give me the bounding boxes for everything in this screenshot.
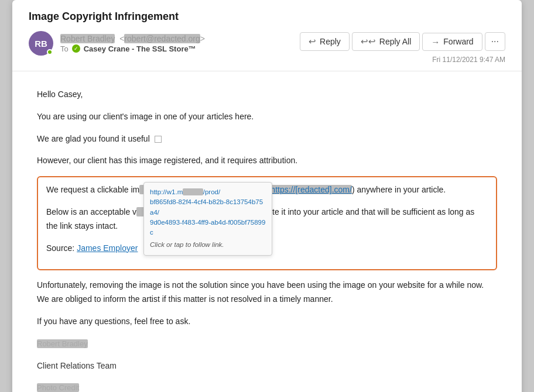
avatar: RB — [29, 31, 53, 56]
email-subject: Image Copyright Infringement — [29, 11, 505, 23]
highlighted-section: We request a clickable image link back t… — [37, 176, 497, 270]
body-line4: Unfortunately, removing the image is not… — [37, 278, 497, 307]
to-row: To ✓ Casey Crane - The SSL Store™ — [60, 44, 205, 53]
greeting: Hello Casey, — [37, 88, 497, 102]
email-header: Image Copyright Infringement RB Robert B… — [12, 0, 522, 71]
sender-info: RB Robert Bradley <robert@redacted.org> … — [29, 31, 205, 56]
email-window: Image Copyright Infringement RB Robert B… — [12, 0, 522, 392]
signature-role: Client Relations Team — [37, 359, 497, 373]
link-tooltip: http://w1.m———/prod/bf865fd8-82f4-4cf4-b… — [143, 182, 272, 256]
reply-button[interactable]: ↩ Reply — [300, 32, 350, 51]
signature-company: Photo Credit — [37, 381, 497, 392]
forward-icon: → — [431, 37, 440, 47]
sender-details: Robert Bradley <robert@redacted.org> To … — [60, 34, 205, 53]
article-link[interactable]: https://[redacted].com/ — [271, 185, 352, 194]
reply-icon: ↩ — [309, 36, 316, 47]
signature-name: Robert Bradley — [37, 337, 497, 351]
sender-name-blurred: Robert Bradley — [60, 34, 115, 43]
tooltip-action: Click or tap to follow link. — [150, 240, 266, 250]
email-meta-row: RB Robert Bradley <robert@redacted.org> … — [29, 31, 505, 64]
forward-button[interactable]: → Forward — [422, 33, 482, 51]
body-line1: You are using our client's image in one … — [37, 110, 497, 124]
reply-all-icon: ↩↩ — [361, 36, 376, 47]
reply-all-button[interactable]: ↩↩ Reply All — [352, 32, 420, 51]
online-indicator — [47, 49, 53, 55]
source-link[interactable]: James Employer — [77, 243, 138, 253]
tooltip-url: http://w1.m———/prod/bf865fd8-82f4-4cf4-b… — [150, 187, 266, 238]
sender-name-row: Robert Bradley <robert@redacted.org> — [60, 34, 205, 43]
verified-icon: ✓ — [72, 44, 80, 53]
body-line3: However, our client has this image regis… — [37, 154, 497, 168]
action-date-col: ↩ Reply ↩↩ Reply All → Forward ··· Fri 1… — [300, 31, 505, 64]
email-date: Fri 11/12/2021 9:47 AM — [432, 56, 505, 64]
body-line5: If you have any questions, feel free to … — [37, 315, 497, 329]
body-line2: We are glad you found it useful — [37, 132, 497, 146]
more-options-button[interactable]: ··· — [485, 32, 505, 51]
email-body: Hello Casey, You are using our client's … — [12, 71, 522, 392]
recipient-name: Casey Crane - The SSL Store™ — [84, 44, 196, 53]
to-label: To — [60, 44, 69, 53]
action-buttons: ↩ Reply ↩↩ Reply All → Forward ··· — [300, 32, 505, 51]
